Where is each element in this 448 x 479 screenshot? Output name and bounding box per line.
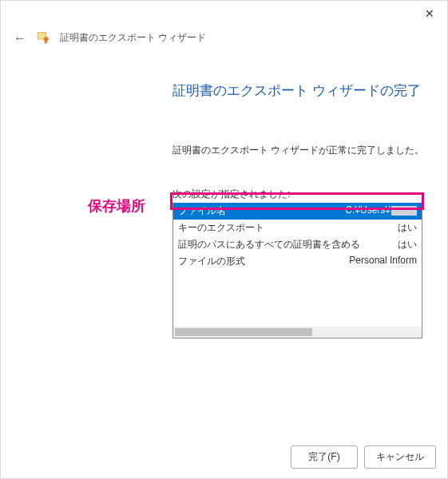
finish-button[interactable]: 完了(F) (291, 445, 358, 469)
row-label: ファイルの形式 (178, 255, 245, 268)
row-value: Personal Inform (325, 255, 417, 268)
back-arrow-icon[interactable]: ← (14, 31, 26, 46)
close-icon[interactable]: ✕ (422, 7, 438, 25)
cancel-button[interactable]: キャンセル (364, 445, 436, 469)
row-value: C:¥Users¥ (321, 204, 417, 218)
scroll-thumb[interactable] (175, 328, 312, 336)
table-row[interactable]: キーのエクスポート はい (173, 220, 422, 236)
table-row[interactable]: ファイルの形式 Personal Inform (173, 253, 422, 270)
row-value: はい (374, 221, 417, 235)
content-area: 証明書のエクスポート ウィザードの完了 証明書のエクスポート ウィザードが正常に… (1, 57, 447, 338)
settings-table: ファイル名 C:¥Users¥ キーのエクスポート はい 証明のパスにあるすべて… (172, 203, 422, 338)
table-row[interactable]: ファイル名 C:¥Users¥ (173, 203, 422, 220)
row-label: 証明のパスにあるすべての証明書を含める (178, 238, 360, 251)
svg-point-1 (44, 37, 49, 42)
redacted-block (391, 206, 417, 216)
wizard-title: 証明書のエクスポート ウィザード (60, 31, 206, 45)
annotation-save-location: 保存場所 (88, 196, 145, 216)
wizard-header: ← 証明書のエクスポート ウィザード (1, 25, 447, 57)
horizontal-scrollbar[interactable] (173, 327, 422, 338)
row-label: キーのエクスポート (178, 221, 264, 235)
page-heading: 証明書のエクスポート ウィザードの完了 (172, 81, 447, 100)
certificate-icon (36, 30, 50, 46)
row-label: ファイル名 (178, 204, 226, 218)
settings-label: 次の設定が指定されました: (172, 188, 447, 201)
table-row[interactable]: 証明のパスにあるすべての証明書を含める はい (173, 236, 422, 253)
row-value: はい (374, 238, 417, 251)
titlebar: ✕ (1, 1, 447, 25)
footer-buttons: 完了(F) キャンセル (291, 445, 436, 469)
completion-message: 証明書のエクスポート ウィザードが正常に完了しました。 (172, 144, 447, 157)
